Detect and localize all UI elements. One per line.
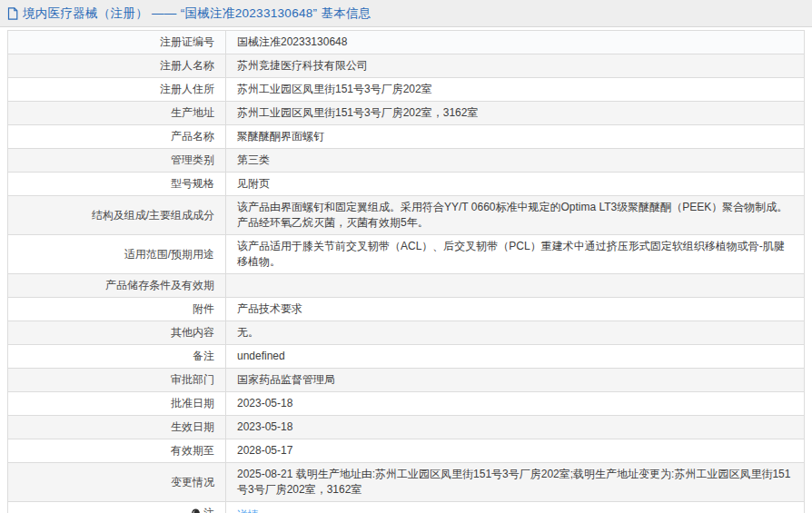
row-label-text: 适用范围/预期用途: [124, 247, 214, 262]
row-value: 该产品由界面螺钉和固定翼组成。采用符合YY/T 0660标准中规定的Optima…: [226, 196, 805, 235]
row-label-text: 产品储存条件及有效期: [105, 278, 214, 293]
row-value-text: 该产品适用于膝关节前交叉韧带（ACL）、后交叉韧带（PCL）重建术中通过挤压形式…: [237, 240, 785, 268]
table-row: 变更情况2025-08-21 载明生产地址由:苏州工业园区凤里街151号3号厂房…: [8, 463, 805, 502]
row-value-text: 见附页: [237, 177, 270, 190]
row-label-text: 产品名称: [171, 129, 214, 144]
row-label-text: 生效日期: [171, 419, 214, 435]
page-title: 境内医疗器械（注册） —— “国械注准20233130648” 基本信息: [23, 5, 371, 22]
row-value-text: 2028-05-17: [237, 444, 292, 457]
row-label-text: 其他内容: [171, 325, 214, 340]
row-label-text: 备注: [193, 349, 214, 364]
row-value-text: 2023-05-18: [237, 420, 292, 433]
table-row: 注册人住所苏州工业园区凤里街151号3号厂房202室: [8, 78, 805, 102]
table-row: 生产地址苏州工业园区凤里街151号3号厂房202室，3162室: [8, 102, 805, 125]
row-value: 2023-05-18: [226, 392, 805, 416]
row-label-text: 注册证编号: [160, 35, 214, 50]
row-value-text: 苏州工业园区凤里街151号3号厂房202室: [237, 83, 432, 95]
row-label: 型号规格: [8, 173, 226, 196]
row-label: 产品储存条件及有效期: [8, 274, 226, 298]
row-label-text: 审批部门: [171, 372, 214, 388]
row-label: 有效期至: [8, 439, 226, 463]
table-row: 其他内容无。: [8, 321, 805, 345]
table-row: 附件产品技术要求: [8, 298, 805, 321]
row-label: 注册证编号: [8, 31, 226, 54]
row-value: 产品技术要求: [226, 298, 805, 321]
row-label: 结构及组成/主要组成成分: [8, 196, 226, 235]
table-row: 产品储存条件及有效期: [8, 274, 805, 298]
row-label-text: 注册人名称: [160, 58, 214, 74]
table-row: 生效日期2023-05-18: [8, 416, 805, 439]
row-value: 该产品适用于膝关节前交叉韧带（ACL）、后交叉韧带（PCL）重建术中通过挤压形式…: [226, 235, 805, 274]
bulb-icon: [191, 508, 201, 513]
table-row: 注册证编号国械注准20233130648: [8, 31, 805, 54]
row-value-text: 无。: [237, 326, 259, 339]
row-label-text: 附件: [193, 301, 214, 317]
row-value: 详情: [226, 502, 805, 513]
row-value-text: 2023-05-18: [237, 397, 292, 409]
row-value-text: 第三类: [237, 153, 270, 166]
row-value: 第三类: [226, 149, 805, 173]
row-label-text: 生产地址: [171, 105, 214, 121]
row-value: 苏州工业园区凤里街151号3号厂房202室: [226, 78, 805, 102]
row-value-text: 苏州工业园区凤里街151号3号厂房202室，3162室: [237, 106, 478, 119]
row-label-text: 批准日期: [171, 396, 214, 411]
row-value-text: 国械注准20233130648: [237, 35, 347, 48]
row-value: undefined: [226, 345, 805, 369]
row-label: 备注: [8, 345, 226, 369]
row-label: 适用范围/预期用途: [8, 235, 226, 274]
row-label-text: 变更情况: [171, 475, 214, 490]
row-label: 生效日期: [8, 416, 226, 439]
row-label-text: 注册人住所: [160, 82, 214, 97]
row-label: 注: [8, 502, 226, 513]
table-row: 有效期至2028-05-17: [8, 439, 805, 463]
table-row: 产品名称聚醚醚酮界面螺钉: [8, 125, 805, 149]
table-row: 管理类别第三类: [8, 149, 805, 173]
row-value-text: 聚醚醚酮界面螺钉: [237, 130, 324, 143]
row-label: 生产地址: [8, 102, 226, 125]
row-value-text: 2025-08-21 载明生产地址由:苏州工业园区凤里街151号3号厂房202室…: [237, 468, 790, 496]
row-label: 注册人名称: [8, 54, 226, 78]
row-label-text: 型号规格: [171, 176, 214, 192]
row-label: 批准日期: [8, 392, 226, 416]
row-value-text: 国家药品监督管理局: [237, 373, 335, 386]
row-value: 2023-05-18: [226, 416, 805, 439]
row-value: 国家药品监督管理局: [226, 369, 805, 392]
row-label: 变更情况: [8, 463, 226, 502]
row-value: 2025-08-21 载明生产地址由:苏州工业园区凤里街151号3号厂房202室…: [226, 463, 805, 502]
row-label: 产品名称: [8, 125, 226, 149]
row-label-text: 有效期至: [171, 443, 214, 459]
row-value: 见附页: [226, 173, 805, 196]
detail-link[interactable]: 详情: [237, 508, 259, 513]
document-icon: [7, 7, 18, 20]
row-label-text: 管理类别: [171, 153, 214, 168]
row-value-text: 该产品由界面螺钉和固定翼组成。采用符合YY/T 0660标准中规定的Optima…: [237, 201, 787, 229]
row-value-text: undefined: [237, 350, 285, 362]
table-row: 批准日期2023-05-18: [8, 392, 805, 416]
table-row: 型号规格见附页: [8, 173, 805, 196]
row-value-text: 苏州竞捷医疗科技有限公司: [237, 59, 368, 72]
page-header: 境内医疗器械（注册） —— “国械注准20233130648” 基本信息: [0, 0, 812, 27]
row-label: 附件: [8, 298, 226, 321]
row-label: 注册人住所: [8, 78, 226, 102]
row-value: 苏州工业园区凤里街151号3号厂房202室，3162室: [226, 102, 805, 125]
row-value: 无。: [226, 321, 805, 345]
row-label-text: 注: [203, 506, 214, 513]
row-label: 管理类别: [8, 149, 226, 173]
row-value: 聚醚醚酮界面螺钉: [226, 125, 805, 149]
row-label-text: 结构及组成/主要组成成分: [92, 208, 214, 223]
row-value: 2028-05-17: [226, 439, 805, 463]
row-label: 审批部门: [8, 369, 226, 392]
row-value-text: 产品技术要求: [237, 302, 302, 315]
row-value: 苏州竞捷医疗科技有限公司: [226, 54, 805, 78]
table-row: 结构及组成/主要组成成分该产品由界面螺钉和固定翼组成。采用符合YY/T 0660…: [8, 196, 805, 235]
row-value: [226, 274, 805, 298]
table-row: 审批部门国家药品监督管理局: [8, 369, 805, 392]
table-row: 备注undefined: [8, 345, 805, 369]
table-row: 注详情: [8, 502, 805, 513]
row-value: 国械注准20233130648: [226, 31, 805, 54]
table-row: 适用范围/预期用途该产品适用于膝关节前交叉韧带（ACL）、后交叉韧带（PCL）重…: [8, 235, 805, 274]
table-row: 注册人名称苏州竞捷医疗科技有限公司: [8, 54, 805, 78]
row-label: 其他内容: [8, 321, 226, 345]
registration-info-table: 注册证编号国械注准20233130648注册人名称苏州竞捷医疗科技有限公司注册人…: [7, 30, 805, 513]
